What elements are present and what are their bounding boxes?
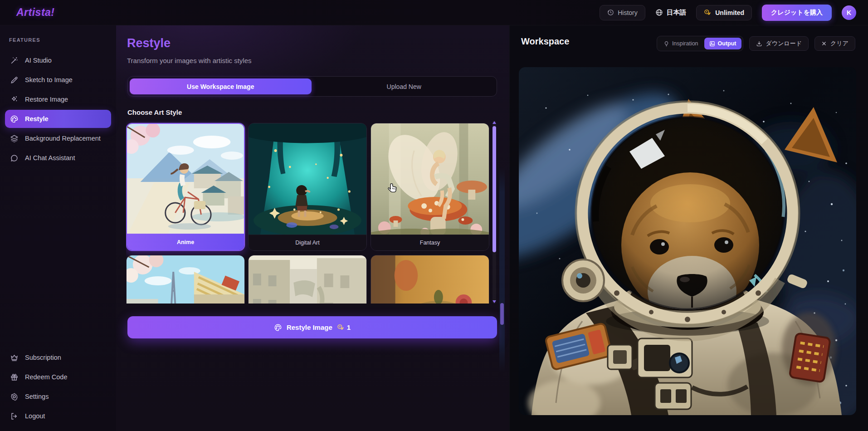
logout-icon — [10, 412, 19, 421]
clear-button[interactable]: クリア — [814, 36, 855, 51]
gear-icon — [10, 392, 19, 401]
workspace-panel: Workspace Inspiration Output — [509, 25, 868, 431]
sidebar-item-background-replacement[interactable]: Background Replacement — [5, 129, 111, 147]
style-grid-scrollbar-thumb[interactable] — [493, 126, 496, 252]
sidebar-item-settings[interactable]: Settings — [5, 387, 111, 406]
inspiration-label: Inspiration — [672, 40, 698, 47]
workspace-controls: Inspiration Output ダウンロード — [657, 36, 855, 51]
sidebar-item-label: Background Replacement — [25, 135, 101, 142]
gift-icon — [10, 373, 19, 382]
magic-wand-icon — [10, 56, 19, 65]
sidebar-nav: AI Studio Sketch to Image Restore Image … — [0, 50, 116, 168]
tab-upload-new[interactable]: Upload New — [313, 78, 495, 94]
style-label-fantasy: Fantasy — [371, 235, 489, 250]
output-tab[interactable]: Output — [704, 38, 741, 49]
app-logo[interactable]: Artista! — [16, 6, 55, 19]
style-card-row2-1[interactable] — [126, 255, 245, 304]
header-actions: History 日本語 Unlimited クレジットを購入 K — [600, 5, 856, 21]
sidebar-item-label: Sketch to Image — [25, 76, 73, 83]
app-root: Artista! History 日本語 Unlimited クレジット — [0, 0, 868, 431]
workspace-title: Workspace — [521, 36, 569, 47]
credit-count: 1 — [347, 323, 351, 331]
crown-icon — [10, 353, 19, 362]
language-switcher[interactable]: 日本語 — [655, 8, 687, 17]
sidebar-item-label: Redeem Code — [25, 373, 68, 381]
scroll-down-arrow[interactable] — [493, 300, 496, 303]
style-card-row2-3[interactable] — [371, 255, 489, 304]
inspiration-tab[interactable]: Inspiration — [658, 38, 703, 49]
sparkle-icon — [10, 95, 19, 104]
page-subtitle: Transform your images with artistic styl… — [127, 57, 252, 64]
sidebar-item-label: Subscription — [25, 354, 61, 361]
sidebar-footer-nav: Subscription Redeem Code Settings Logout — [0, 347, 116, 426]
sidebar-item-restore-image[interactable]: Restore Image — [5, 90, 111, 108]
plan-label: Unlimited — [715, 9, 744, 16]
rose-painting-style-thumbnail — [371, 255, 489, 304]
sidebar: FEATURES AI Studio Sketch to Image Resto… — [0, 25, 116, 431]
history-clock-icon — [607, 9, 614, 16]
choose-art-style-label: Choose Art Style — [127, 108, 182, 116]
pencil-icon — [10, 76, 19, 84]
palette-icon — [10, 115, 19, 123]
style-card-anime[interactable]: Anime — [126, 123, 245, 251]
sidebar-item-redeem-code[interactable]: Redeem Code — [5, 368, 111, 386]
sidebar-item-label: AI Studio — [25, 57, 52, 64]
history-label: History — [618, 9, 638, 16]
anime-style-thumbnail — [127, 124, 244, 235]
style-card-fantasy[interactable]: Fantasy — [371, 123, 489, 251]
chat-bubble-icon — [10, 154, 19, 162]
language-label: 日本語 — [667, 8, 687, 17]
panel-divider-scroll-track — [499, 168, 505, 372]
watercolor-style-thumbnail — [249, 255, 366, 304]
sidebar-item-ai-studio[interactable]: AI Studio — [5, 51, 111, 69]
layers-icon — [10, 134, 19, 143]
plan-badge[interactable]: Unlimited — [696, 5, 752, 20]
credit-cost: 1 — [337, 323, 351, 331]
download-button[interactable]: ダウンロード — [749, 36, 809, 51]
tab-use-workspace-image[interactable]: Use Workspace Image — [130, 78, 312, 94]
avatar[interactable]: K — [842, 5, 856, 20]
panel-divider-scroll-thumb[interactable] — [500, 303, 504, 325]
buy-credits-button[interactable]: クレジットを購入 — [762, 5, 832, 21]
restyle-image-button[interactable]: Restyle Image 1 — [127, 316, 497, 338]
sidebar-item-subscription[interactable]: Subscription — [5, 348, 111, 367]
palette-icon — [274, 323, 282, 332]
sidebar-item-sketch-to-image[interactable]: Sketch to Image — [5, 71, 111, 89]
image-icon — [709, 41, 715, 47]
workspace-output-image[interactable] — [519, 67, 856, 415]
style-card-row2-2[interactable] — [248, 255, 367, 304]
scroll-up-arrow[interactable] — [493, 121, 496, 124]
workspace-view-toggle: Inspiration Output — [657, 36, 743, 51]
image-source-tabs: Use Workspace Image Upload New — [127, 76, 497, 97]
restyle-panel: Restyle Transform your images with artis… — [116, 25, 509, 431]
globe-icon — [655, 9, 663, 16]
features-section-label: FEATURES — [9, 37, 40, 43]
sidebar-item-label: Restyle — [25, 115, 49, 122]
lightbulb-icon — [663, 41, 669, 47]
sidebar-item-logout[interactable]: Logout — [5, 407, 111, 425]
download-icon — [756, 40, 762, 47]
sidebar-item-label: Settings — [25, 393, 49, 400]
history-button[interactable]: History — [600, 5, 645, 20]
sidebar-item-ai-chat-assistant[interactable]: AI Chat Assistant — [5, 149, 111, 167]
style-grid: Anime — [126, 121, 497, 304]
sidebar-item-label: Restore Image — [25, 96, 68, 103]
fantasy-style-thumbnail — [371, 123, 489, 235]
paris-style-thumbnail — [127, 255, 244, 304]
style-label-anime: Anime — [127, 234, 244, 250]
output-label: Output — [718, 40, 736, 47]
page-title: Restyle — [127, 36, 171, 50]
coins-icon — [337, 323, 345, 331]
download-label: ダウンロード — [766, 39, 802, 48]
restyle-image-label: Restyle Image — [287, 323, 332, 331]
sidebar-item-label: AI Chat Assistant — [25, 154, 75, 162]
coins-icon — [704, 9, 712, 16]
sidebar-item-restyle[interactable]: Restyle — [5, 110, 111, 128]
top-header: Artista! History 日本語 Unlimited クレジット — [0, 0, 868, 25]
clear-label: クリア — [830, 39, 848, 48]
sidebar-item-label: Logout — [25, 412, 45, 420]
close-icon — [821, 41, 827, 46]
style-label-digital-art: Digital Art — [249, 235, 366, 250]
style-card-digital-art[interactable]: Digital Art — [248, 123, 367, 251]
digital-art-style-thumbnail — [249, 123, 366, 235]
